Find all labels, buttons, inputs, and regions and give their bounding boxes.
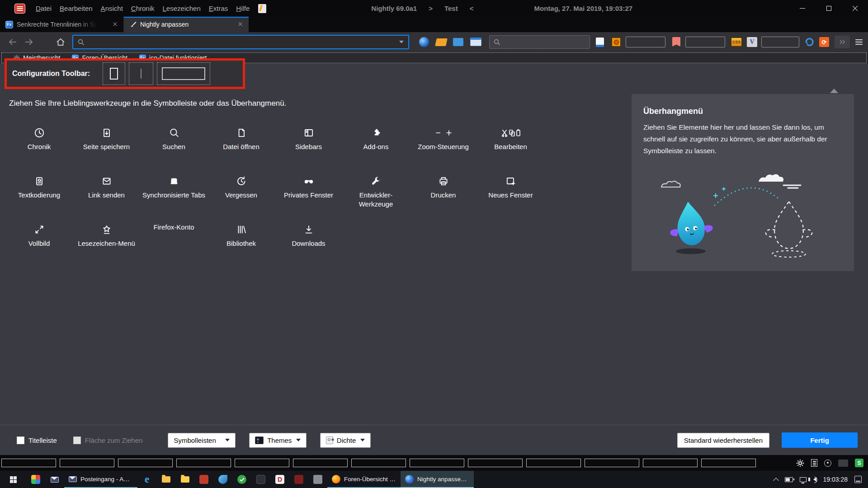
reader-pages-icon[interactable]: [811, 459, 817, 467]
pinned-mail-icon[interactable]: [45, 471, 64, 488]
tool-downloads[interactable]: Downloads: [275, 217, 342, 266]
taskbar-clock[interactable]: 19:03:28: [823, 476, 848, 483]
tool-zoom-steuerung[interactable]: Zoom-Steuerung: [410, 121, 477, 169]
drag-space-checkbox[interactable]: [73, 436, 81, 444]
tool-drucken[interactable]: Drucken: [410, 169, 477, 217]
pinned-feather-icon[interactable]: [213, 471, 232, 488]
search-icon: [168, 126, 180, 140]
tab-senkrechte-trennlinien[interactable]: Fx Senkrechte Trennlinien in Sy: [0, 17, 124, 32]
restore-defaults-button[interactable]: Standard wiederherstellen: [677, 433, 769, 448]
menu-lesezeichen[interactable]: Lesezeichen: [159, 5, 205, 12]
pinned-dark-app-icon[interactable]: [251, 471, 270, 488]
badge-circle-icon[interactable]: [824, 460, 831, 467]
url-bar[interactable]: [72, 35, 409, 49]
urlbar-dropdown-button[interactable]: [395, 36, 408, 48]
network-icon[interactable]: [800, 477, 807, 482]
maximize-button[interactable]: [816, 0, 842, 17]
toolbars-dropdown[interactable]: Symbolleisten: [168, 433, 236, 448]
thunderbird-extension-icon[interactable]: [419, 37, 429, 47]
pinned-capture-icon[interactable]: [308, 471, 327, 488]
pinned-explorer-icon[interactable]: [175, 471, 194, 488]
tool-chronik[interactable]: Chronik: [5, 121, 73, 169]
menu-bearbeiten[interactable]: Bearbeiten: [56, 5, 97, 12]
app-menu-icon[interactable]: [14, 4, 25, 14]
drag-space-checkbox-group[interactable]: Fläche zum Ziehen: [73, 436, 143, 444]
menu-datei[interactable]: Datei: [32, 5, 56, 12]
refresh-orange-icon[interactable]: ⟳: [819, 37, 829, 47]
search-bar[interactable]: [489, 35, 590, 49]
gear-icon[interactable]: [796, 459, 804, 467]
taskbar-window-foren[interactable]: Foren-Übersicht - Mo...: [327, 471, 401, 488]
pinned-antivirus-icon[interactable]: [232, 471, 251, 488]
tab-close-icon[interactable]: [237, 21, 244, 28]
refresh-blue-icon[interactable]: [804, 37, 815, 47]
back-icon[interactable]: [5, 35, 20, 49]
extension-text-field-3[interactable]: [761, 37, 799, 47]
pinned-darkred-app-icon[interactable]: [289, 471, 308, 488]
hamburger-menu-icon[interactable]: [852, 35, 866, 49]
toolbar-slot-field[interactable]: [157, 62, 210, 85]
tool-addons[interactable]: Add-ons: [342, 121, 410, 169]
tool-vollbild[interactable]: Vollbild: [5, 217, 73, 266]
start-button[interactable]: [0, 471, 26, 488]
tab-close-icon[interactable]: [112, 21, 119, 28]
forward-icon[interactable]: [22, 35, 36, 49]
tool-link-senden[interactable]: Link senden: [73, 169, 140, 217]
tool-bibliothek[interactable]: Bibliothek: [208, 217, 275, 266]
validator-extension-icon[interactable]: V: [747, 37, 757, 47]
pinned-edge-icon[interactable]: e: [137, 471, 156, 488]
extension-text-field-2[interactable]: [685, 37, 725, 47]
taskbar-window-posteingang[interactable]: Posteingang - Andrea...: [64, 471, 137, 488]
themes-dropdown[interactable]: Themes: [249, 433, 307, 448]
tool-firefox-konto[interactable]: Firefox-Konto: [140, 217, 208, 266]
orange-search-extension-icon[interactable]: [611, 37, 621, 47]
window-panel-icon[interactable]: [470, 38, 481, 46]
tab-nightly-anpassen[interactable]: Nightly anpassen: [124, 17, 249, 32]
open-folder-icon[interactable]: [435, 38, 448, 46]
close-button[interactable]: [842, 0, 868, 17]
tool-textkodierung[interactable]: Textkodierung: [5, 169, 73, 217]
titlebar-checkbox-group[interactable]: Titelleiste: [17, 436, 57, 444]
tool-datei-oeffnen[interactable]: Datei öffnen: [208, 121, 275, 169]
tool-sidebars[interactable]: Sidebars: [275, 121, 342, 169]
toolbar-slot-separator[interactable]: [129, 62, 153, 85]
home-icon[interactable]: [53, 35, 68, 49]
menu-extras[interactable]: Extras: [205, 5, 232, 12]
overflow-menu-panel[interactable]: Überhangmenü Ziehen Sie Elemente hier he…: [632, 94, 854, 271]
notification-center-icon[interactable]: [854, 476, 862, 483]
done-button[interactable]: Fertig: [782, 432, 858, 448]
pinned-dictionary-icon[interactable]: D: [270, 471, 289, 488]
blue-folder-icon[interactable]: [453, 38, 463, 46]
tool-vergessen[interactable]: Vergessen: [208, 169, 275, 217]
css-extension-icon[interactable]: CSS: [731, 37, 742, 47]
tool-entwickler-werkzeuge[interactable]: Entwickler-Werkzeuge: [342, 169, 410, 217]
tool-lesezeichen-menue[interactable]: Lesezeichen-Menü: [73, 217, 140, 266]
menu-chronik[interactable]: Chronik: [127, 5, 159, 12]
speaker-icon[interactable]: [813, 477, 816, 482]
pinned-filezilla-icon[interactable]: [194, 471, 213, 488]
inactive-panel-icon[interactable]: [838, 460, 848, 467]
tool-seite-speichern[interactable]: Seite speichern: [73, 121, 140, 169]
tool-privates-fenster[interactable]: Privates Fenster: [275, 169, 342, 217]
tool-neues-fenster[interactable]: Neues Fenster: [477, 169, 544, 217]
titlebar-checkbox[interactable]: [17, 436, 24, 444]
taskbar-window-nightly[interactable]: Nightly anpassen - Fir...: [401, 471, 474, 488]
tool-suchen[interactable]: Suchen: [140, 121, 208, 169]
minimize-button[interactable]: [789, 0, 816, 17]
menu-hilfe[interactable]: Hilfe: [232, 5, 254, 12]
density-dropdown[interactable]: Dichte: [320, 433, 371, 448]
notes-pencil-icon[interactable]: [258, 4, 266, 13]
battery-icon[interactable]: [785, 477, 793, 482]
red-flag-icon[interactable]: [672, 37, 680, 47]
menu-ansicht[interactable]: Ansicht: [97, 5, 127, 12]
tool-bearbeiten[interactable]: Bearbeiten: [477, 121, 544, 169]
rss-doc-icon[interactable]: [596, 38, 604, 47]
tray-expand-icon[interactable]: [773, 478, 779, 483]
pinned-colorful-app-icon[interactable]: [26, 471, 45, 488]
tool-synchronisierte-tabs[interactable]: Synchronisierte Tabs: [140, 169, 208, 217]
overflow-chevrons-button[interactable]: [835, 36, 850, 48]
pinned-folder-icon[interactable]: [156, 471, 175, 488]
toolbar-slot-button[interactable]: [103, 62, 125, 85]
s-logo-icon[interactable]: S: [855, 459, 863, 467]
extension-text-field[interactable]: [626, 37, 665, 47]
